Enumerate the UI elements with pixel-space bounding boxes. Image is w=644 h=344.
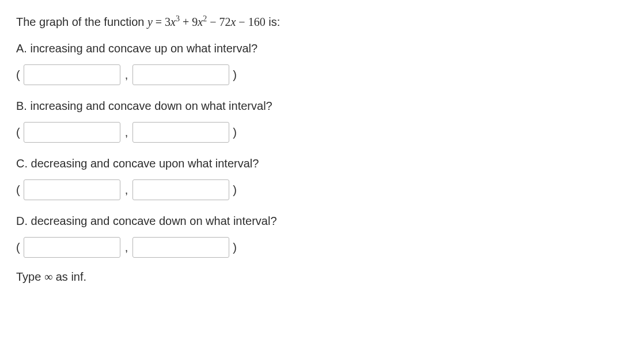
open-paren: ( bbox=[16, 184, 20, 197]
comma: , bbox=[125, 126, 128, 143]
equation: y = 3x3 + 9x2 − 72x − 160 bbox=[147, 16, 266, 28]
part-b-interval: ( , ) bbox=[16, 122, 628, 143]
part-b-input-1[interactable] bbox=[24, 122, 120, 143]
part-a-input-2[interactable] bbox=[132, 64, 229, 85]
hint-prefix: Type bbox=[16, 270, 44, 283]
hint: Type ∞ as inf. bbox=[16, 270, 628, 284]
part-a: A. increasing and concave up on what int… bbox=[16, 40, 628, 85]
part-c: C. decreasing and concave upon what inte… bbox=[16, 155, 628, 200]
close-paren: ) bbox=[233, 126, 237, 139]
part-d-input-1[interactable] bbox=[24, 237, 120, 258]
part-b-input-2[interactable] bbox=[132, 122, 229, 143]
close-paren: ) bbox=[233, 241, 237, 254]
part-d-interval: ( , ) bbox=[16, 237, 628, 258]
part-d: D. decreasing and concave down on what i… bbox=[16, 213, 628, 258]
close-paren: ) bbox=[233, 68, 237, 82]
comma: , bbox=[125, 241, 128, 258]
open-paren: ( bbox=[16, 126, 20, 139]
part-d-label: D. decreasing and concave down on what i… bbox=[16, 213, 628, 229]
intro-prefix: The graph of the function bbox=[16, 16, 147, 28]
part-c-input-2[interactable] bbox=[132, 179, 229, 200]
part-d-input-2[interactable] bbox=[132, 237, 229, 258]
part-a-interval: ( , ) bbox=[16, 64, 628, 85]
close-paren: ) bbox=[233, 184, 237, 197]
part-c-interval: ( , ) bbox=[16, 179, 628, 200]
infinity-symbol: ∞ bbox=[44, 270, 52, 283]
open-paren: ( bbox=[16, 241, 20, 254]
part-c-label: C. decreasing and concave upon what inte… bbox=[16, 155, 628, 171]
part-a-input-1[interactable] bbox=[24, 64, 120, 85]
hint-suffix: as inf. bbox=[52, 270, 86, 283]
part-b-label: B. increasing and concave down on what i… bbox=[16, 98, 628, 114]
part-b: B. increasing and concave down on what i… bbox=[16, 98, 628, 143]
part-c-input-1[interactable] bbox=[24, 179, 120, 200]
intro-suffix: is: bbox=[266, 16, 281, 28]
comma: , bbox=[125, 68, 128, 85]
comma: , bbox=[125, 184, 128, 200]
part-a-label: A. increasing and concave up on what int… bbox=[16, 40, 628, 56]
question-intro: The graph of the function y = 3x3 + 9x2 … bbox=[16, 14, 628, 30]
open-paren: ( bbox=[16, 68, 20, 82]
